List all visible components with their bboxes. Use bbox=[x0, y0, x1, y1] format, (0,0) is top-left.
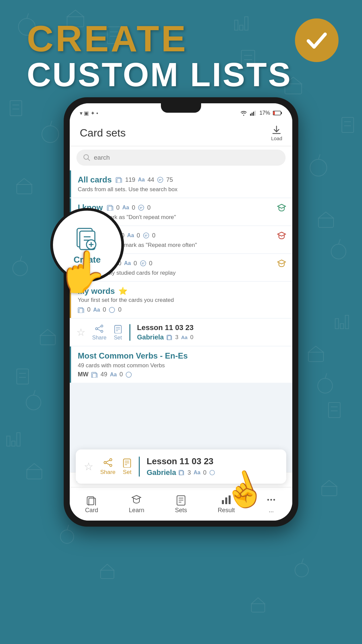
svg-rect-58 bbox=[17, 369, 28, 384]
svg-line-120 bbox=[98, 329, 101, 331]
create-icon bbox=[74, 225, 101, 252]
svg-marker-29 bbox=[40, 329, 55, 335]
lesson-share-action[interactable]: Share bbox=[92, 324, 107, 341]
most-common-author: MW bbox=[78, 371, 88, 378]
chat-icon-3 bbox=[143, 232, 149, 238]
battery-text: 17% bbox=[259, 110, 270, 116]
most-common-title: Most Common Verbs - En-Es bbox=[78, 351, 188, 361]
battery-icon bbox=[273, 110, 282, 116]
svg-rect-26 bbox=[318, 218, 334, 227]
svg-marker-35 bbox=[322, 480, 337, 486]
svg-point-14 bbox=[318, 378, 333, 393]
popup-aa-count: 0 bbox=[203, 469, 206, 476]
svg-rect-46 bbox=[10, 101, 22, 116]
header-area: CREATE CUSTOM LISTS bbox=[27, 20, 335, 92]
lesson-set-action[interactable]: Set bbox=[113, 324, 123, 341]
svg-point-117 bbox=[96, 328, 98, 330]
load-button[interactable]: Load bbox=[271, 125, 282, 141]
svg-rect-91 bbox=[117, 178, 122, 183]
search-input[interactable] bbox=[94, 154, 279, 161]
svg-rect-34 bbox=[322, 486, 337, 496]
status-left: ▾ ▣ ✦ • bbox=[80, 110, 98, 116]
checkmark-badge bbox=[295, 18, 339, 62]
svg-rect-153 bbox=[222, 500, 224, 504]
my-words-desc: Your first set for the cards you created bbox=[78, 297, 286, 304]
my-words-meta: 0 Aa 0 0 bbox=[78, 306, 286, 313]
popup-lesson-title: Lesson 11 03 23 bbox=[146, 456, 278, 467]
svg-rect-69 bbox=[17, 433, 20, 446]
search-bar[interactable] bbox=[76, 150, 286, 166]
most-common-meta: MW 49 Aa 0 bbox=[78, 371, 286, 378]
phone-inner: ▾ ▣ ✦ • 17% bbox=[70, 103, 292, 521]
header-custom-lists-title: CUSTOM LISTS bbox=[27, 57, 335, 92]
svg-rect-70 bbox=[335, 319, 339, 329]
set-icon bbox=[113, 324, 123, 333]
svg-point-116 bbox=[101, 325, 103, 327]
svg-rect-121 bbox=[115, 325, 121, 333]
svg-point-8 bbox=[13, 261, 27, 276]
svg-point-118 bbox=[101, 330, 103, 332]
popup-share-label: Share bbox=[100, 469, 115, 476]
lesson-divider bbox=[129, 324, 130, 341]
svg-rect-38 bbox=[251, 604, 265, 612]
svg-point-4 bbox=[42, 126, 59, 143]
svg-line-15 bbox=[325, 373, 327, 378]
lesson-row[interactable]: ☆ Share bbox=[70, 319, 292, 346]
svg-point-16 bbox=[60, 530, 74, 543]
nav-learn[interactable]: Learn bbox=[129, 494, 144, 514]
svg-rect-128 bbox=[93, 373, 97, 378]
popup-star: ☆ bbox=[84, 460, 94, 473]
sets-nav-icon bbox=[175, 494, 187, 505]
i-know-cap-icon bbox=[277, 203, 286, 214]
popup-set-icon bbox=[122, 458, 132, 468]
aa-label-3: Aa bbox=[127, 232, 134, 238]
svg-line-9 bbox=[20, 256, 22, 261]
svg-rect-72 bbox=[345, 315, 349, 329]
svg-line-119 bbox=[98, 326, 101, 328]
popup-share-action[interactable]: Share bbox=[100, 458, 115, 476]
svg-point-141 bbox=[210, 470, 215, 475]
phone-container: Create 👆 ▾ ▣ ✦ • bbox=[64, 97, 298, 527]
svg-rect-86 bbox=[281, 112, 282, 114]
svg-marker-21 bbox=[67, 10, 84, 17]
popup-flash-icon bbox=[179, 470, 185, 475]
nav-sets[interactable]: Sets bbox=[175, 494, 187, 514]
i-know-flash: 0 bbox=[116, 204, 120, 211]
most-common-desc: 49 cards with most common Verbs bbox=[78, 362, 286, 369]
aa-label-mc: Aa bbox=[110, 372, 117, 378]
svg-marker-39 bbox=[251, 598, 265, 604]
aa-label-1: Aa bbox=[138, 177, 144, 183]
popup-flash-count: 3 bbox=[187, 469, 191, 476]
popup-set-action[interactable]: Set bbox=[122, 458, 132, 476]
all-cards-chat-count: 75 bbox=[166, 176, 173, 183]
svg-line-5 bbox=[50, 121, 52, 126]
nav-card[interactable]: Card bbox=[85, 494, 98, 514]
svg-point-103 bbox=[143, 233, 149, 238]
my-words-aa: 0 bbox=[103, 306, 106, 313]
header-create-title: CREATE bbox=[27, 20, 335, 57]
svg-point-109 bbox=[140, 261, 146, 266]
all-cards-flash-count: 119 bbox=[125, 176, 135, 183]
svg-rect-114 bbox=[79, 309, 84, 313]
chat-icon bbox=[157, 177, 164, 183]
most-common-item[interactable]: Most Common Verbs - En-Es 49 cards with … bbox=[70, 346, 292, 383]
my-words-flash: 0 bbox=[87, 306, 90, 313]
svg-marker-37 bbox=[101, 564, 114, 570]
svg-line-89 bbox=[88, 159, 90, 161]
svg-line-19 bbox=[302, 558, 303, 564]
all-cards-item[interactable]: All cards 119 Aa 44 75 Cards from all se… bbox=[70, 170, 292, 198]
svg-marker-27 bbox=[318, 212, 334, 218]
learn-nav-label: Learn bbox=[129, 507, 144, 514]
all-cards-meta: 119 Aa 44 75 bbox=[116, 176, 173, 183]
svg-point-132 bbox=[110, 464, 112, 466]
difficult-aa: 0 bbox=[137, 232, 140, 239]
svg-point-129 bbox=[126, 372, 131, 377]
lesson-flash-count: 3 bbox=[175, 334, 178, 341]
repeat-cap-icon bbox=[277, 259, 286, 269]
svg-rect-28 bbox=[40, 335, 55, 345]
svg-rect-68 bbox=[12, 441, 15, 446]
svg-line-11 bbox=[339, 239, 340, 244]
popup-divider bbox=[139, 457, 140, 477]
popup-share-icon bbox=[103, 458, 113, 468]
star-icon: ⭐ bbox=[118, 287, 127, 296]
